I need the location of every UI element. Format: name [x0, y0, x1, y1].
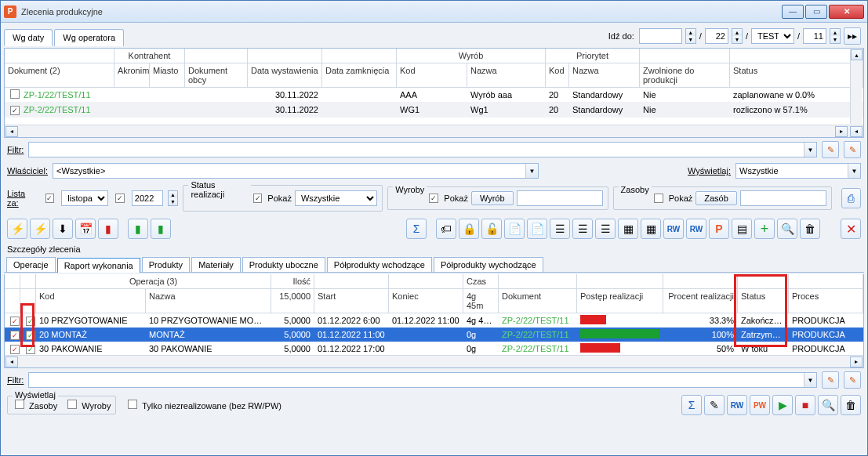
doc-link[interactable]: ZP-1/22/TEST/11 — [20, 89, 114, 101]
ops-filter-input[interactable]: ▼ — [28, 372, 817, 388]
zasoby-pokaz-check[interactable] — [654, 194, 663, 203]
status-select[interactable]: Wszystkie — [295, 190, 377, 206]
dtab-pp-wych[interactable]: Półprodukty wychodzące — [434, 257, 543, 272]
col-dokument[interactable]: x — [5, 49, 114, 63]
tb-list-2[interactable]: ☰ — [572, 219, 593, 239]
tb-sigma[interactable]: Σ — [406, 219, 427, 239]
ops-check-1[interactable]: ✓ — [10, 317, 20, 326]
ft-sigma[interactable]: Σ — [681, 395, 702, 415]
month-select[interactable]: listopad — [61, 190, 108, 206]
col2-dok[interactable]: Dokument — [499, 289, 577, 313]
ops-doc-link[interactable]: ZP-2/22/TEST/11 — [499, 314, 577, 327]
col-pnazwa[interactable]: Nazwa — [569, 63, 640, 87]
zasoby-option[interactable]: Zasoby — [13, 400, 57, 411]
col2-nazwa[interactable]: Nazwa — [146, 289, 271, 313]
tb-stack[interactable]: ▤ — [732, 219, 752, 239]
wyroby-pokaz-check[interactable]: ✓ — [429, 194, 438, 203]
col2-start[interactable]: Start — [314, 289, 389, 313]
col-data-wyst[interactable]: x — [248, 49, 322, 63]
tb-down[interactable]: ⬇ — [53, 219, 73, 239]
status-pokaz-check[interactable]: ✓ — [253, 194, 263, 203]
ft-tool[interactable]: ✎ — [704, 395, 725, 415]
ft-search[interactable]: 🔍 — [818, 395, 838, 415]
tb-trash[interactable]: 🗑 — [800, 219, 820, 239]
dtab-uboczne[interactable]: Produkty uboczne — [242, 257, 325, 272]
ops-doc-link[interactable]: ZP-2/22/TEST/11 — [499, 328, 577, 341]
tb-search[interactable]: 🔍 — [777, 219, 797, 239]
doc-link[interactable]: ZP-2/22/TEST/11 — [20, 103, 114, 116]
filter-input[interactable]: ▼ — [28, 142, 817, 157]
zasoby-check[interactable] — [15, 400, 24, 409]
tb-unlock[interactable]: 🔓 — [481, 219, 502, 239]
ft-rw-2[interactable]: PW — [750, 395, 770, 415]
tb-list-3[interactable]: ☰ — [595, 219, 616, 239]
vscroll[interactable]: ▲ — [850, 49, 863, 124]
row-check[interactable]: ✓ — [10, 106, 20, 115]
ft-rw-1[interactable]: RW — [727, 395, 747, 415]
filter-config-button[interactable]: ✎ — [844, 141, 861, 158]
tb-cal[interactable]: 📅 — [75, 219, 96, 239]
dtab-pp-wch[interactable]: Półprodukty wchodzące — [327, 257, 432, 272]
col-pkod[interactable]: Kod — [546, 63, 569, 87]
close-button[interactable] — [829, 5, 864, 19]
wyroby-option[interactable]: Wyroby — [65, 400, 111, 411]
zasob-button[interactable]: Zasób — [695, 191, 737, 205]
tb-bolt-1[interactable]: ⚡ — [7, 219, 27, 239]
col-dok-obcy-2[interactable]: Dokument obcy — [185, 63, 248, 87]
dtab-produkty[interactable]: Produkty — [142, 257, 190, 272]
col-wyrob[interactable]: Wyrób — [397, 49, 546, 63]
owner-input[interactable]: <Wszystkie>▼ — [53, 163, 539, 179]
dtab-operacje[interactable]: Operacje — [6, 257, 56, 272]
goto-field-1[interactable] — [639, 28, 682, 44]
col2-operacja[interactable]: Operacja (3) — [36, 274, 271, 288]
ops-doc-link[interactable]: ZP-2/22/TEST/11 — [499, 342, 577, 355]
col-data-zam-2[interactable]: Data zamknięcia — [322, 63, 397, 87]
minimize-button[interactable]: — — [782, 5, 804, 19]
tb-lock[interactable]: 🔒 — [459, 219, 479, 239]
col-dok-obcy[interactable]: x — [185, 49, 248, 63]
tab-wg-daty[interactable]: Wg daty — [4, 29, 53, 46]
col2-proces[interactable]: Proces — [789, 289, 863, 313]
tylko-option[interactable]: Tylko niezrealizowane (bez RW/PW) — [125, 400, 281, 411]
month-check[interactable]: ✓ — [45, 194, 55, 203]
tb-list-1[interactable]: ☰ — [550, 219, 570, 239]
tab-wg-operatora[interactable]: Wg operatora — [54, 29, 124, 46]
filter-apply-button[interactable]: ✎ — [822, 141, 839, 158]
display-input[interactable]: Wszystkie▼ — [735, 163, 861, 179]
display-dropdown-icon[interactable]: ▼ — [848, 164, 860, 178]
ops-check-2[interactable]: ✓ — [26, 331, 35, 340]
orders-hscroll[interactable]: ◂▸ ◂ — [5, 125, 863, 137]
col-dokument-2[interactable]: Dokument (2) — [5, 63, 114, 87]
owner-dropdown-icon[interactable]: ▼ — [525, 164, 538, 178]
order-row[interactable]: ✓ZP-2/22/TEST/1130.11.2022WG1Wg120Standa… — [5, 103, 863, 118]
ops-filter-dropdown-icon[interactable]: ▼ — [804, 373, 816, 387]
ft-stop[interactable]: ■ — [795, 395, 815, 415]
tb-rw-2[interactable]: RW — [686, 219, 706, 239]
col-akronim[interactable]: Akronim — [114, 63, 150, 87]
tb-rw-1[interactable]: RW — [663, 219, 684, 239]
ops-check-2[interactable]: ✓ — [26, 317, 35, 326]
ops-hscroll[interactable]: ◂▸ — [5, 355, 863, 367]
settings-icon[interactable]: ⎙ — [841, 188, 861, 208]
year-input[interactable] — [132, 190, 163, 206]
year-spin[interactable]: ▲▼ — [168, 190, 179, 206]
ops-grid-body[interactable]: ✓✓10 PRZYGOTOWANIE10 PRZYGOTOWANIE MONTA… — [5, 313, 863, 355]
ops-row[interactable]: ✓✓20 MONTAŻMONTAŻ5,000001.12.2022 11:000… — [5, 328, 863, 342]
col-nazwa[interactable]: Nazwa — [467, 63, 546, 87]
col-kontrahent[interactable]: Kontrahent — [114, 49, 185, 63]
tb-doc-1[interactable]: 📄 — [504, 219, 525, 239]
tb-add[interactable]: + — [754, 219, 775, 239]
col-miasto[interactable]: Miasto — [150, 63, 185, 87]
col2-czas[interactable]: Czas — [463, 274, 499, 288]
goto-next-button[interactable]: ▸▸ — [844, 27, 861, 45]
col-priorytet[interactable]: Priorytet — [546, 49, 640, 63]
col-zwolnione-2[interactable]: Zwolnione do produkcji — [640, 63, 730, 87]
ops-filter-apply-button[interactable]: ✎ — [822, 371, 839, 389]
tb-doc-2[interactable]: 📄 — [527, 219, 547, 239]
order-row[interactable]: ZP-1/22/TEST/1130.11.2022AAAWyrób aaa20S… — [5, 88, 863, 103]
dtab-materialy[interactable]: Materiały — [191, 257, 241, 272]
orders-grid-body[interactable]: ZP-1/22/TEST/1130.11.2022AAAWyrób aaa20S… — [5, 88, 863, 125]
tb-tag[interactable]: 🏷 — [436, 219, 456, 239]
tb-flag[interactable]: ▮ — [98, 219, 118, 239]
goto-spin-3[interactable]: ▲▼ — [830, 28, 841, 44]
